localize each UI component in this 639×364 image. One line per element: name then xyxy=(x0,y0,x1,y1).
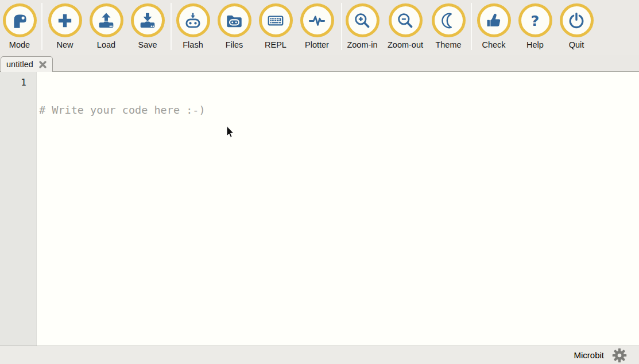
repl-icon xyxy=(266,11,285,30)
toolbar-label-save: Save xyxy=(138,40,157,50)
theme-button-circle xyxy=(432,3,466,37)
check-button-circle xyxy=(477,3,511,37)
line-number: 1 xyxy=(0,77,26,88)
new-button-circle xyxy=(48,3,82,37)
plotter-button-circle xyxy=(300,3,334,37)
svg-text:?: ? xyxy=(531,11,540,29)
load-icon xyxy=(96,11,116,30)
zoom-out-icon xyxy=(396,11,415,30)
flash-icon xyxy=(183,11,203,30)
theme-icon xyxy=(439,11,458,30)
toolbar-button-quit[interactable]: Quit xyxy=(552,3,601,50)
tab-close-button[interactable] xyxy=(38,60,47,69)
load-button-circle xyxy=(90,3,123,37)
status-bar: Microbit xyxy=(0,346,639,364)
toolbar-label-theme: Theme xyxy=(435,40,461,50)
code-line: # Write your code here :-) xyxy=(39,103,639,117)
quit-icon xyxy=(567,11,586,30)
toolbar-label-zoom-out: Zoom-out xyxy=(388,40,423,50)
toolbar-label-quit: Quit xyxy=(569,40,584,50)
toolbar-label-flash: Flash xyxy=(183,40,203,50)
toolbar-button-plotter[interactable]: Plotter xyxy=(293,3,341,50)
toolbar-label-files: Files xyxy=(226,40,243,50)
toolbar-label-new: New xyxy=(56,40,73,50)
toolbar-label-check: Check xyxy=(482,40,505,50)
toolbar-label-zoom-in: Zoom-in xyxy=(347,40,377,50)
toolbar-button-zoom-out[interactable]: Zoom-out xyxy=(381,3,429,50)
toolbar-label-load: Load xyxy=(97,40,115,50)
help-button-circle: ? xyxy=(518,3,552,37)
save-button-circle xyxy=(131,3,165,37)
quit-button-circle xyxy=(560,3,594,37)
flash-button-circle xyxy=(176,3,210,37)
save-icon xyxy=(138,11,157,30)
tab-untitled[interactable]: untitled xyxy=(1,56,53,72)
repl-button-circle xyxy=(259,3,293,37)
mode-icon xyxy=(10,11,29,30)
toolbar-label-mode: Mode xyxy=(9,40,30,50)
files-icon xyxy=(224,11,244,30)
mode-button-circle xyxy=(3,3,37,37)
tab-title: untitled xyxy=(6,60,33,69)
toolbar-button-mode[interactable]: Mode xyxy=(0,3,44,50)
mode-status-label: Microbit xyxy=(574,350,604,360)
toolbar-label-repl: REPL xyxy=(265,40,286,50)
plotter-icon xyxy=(307,11,327,30)
zoom-in-icon xyxy=(353,11,372,30)
toolbar-button-save[interactable]: Save xyxy=(123,3,172,50)
code-text-area[interactable]: # Write your code here :-) xyxy=(37,72,639,346)
code-editor[interactable]: 1 # Write your code here :-) xyxy=(0,72,639,346)
toolbar-button-zoom-in[interactable]: Zoom-in xyxy=(338,3,386,50)
tab-bar: untitled xyxy=(0,55,639,72)
toolbar-label-plotter: Plotter xyxy=(305,40,329,50)
close-icon xyxy=(38,60,47,69)
toolbar-button-theme[interactable]: Theme xyxy=(424,3,473,50)
toolbar-label-help: Help xyxy=(526,40,544,50)
gear-icon xyxy=(611,347,628,363)
zoom-in-button-circle xyxy=(346,3,379,37)
line-number-gutter: 1 xyxy=(0,72,37,346)
mouse-cursor-icon xyxy=(226,126,236,140)
new-icon xyxy=(55,11,75,30)
files-button-circle xyxy=(218,3,251,37)
check-icon xyxy=(484,11,504,30)
help-icon: ? xyxy=(525,11,545,30)
settings-button[interactable] xyxy=(611,347,628,363)
toolbar: Mode New Load xyxy=(0,0,639,55)
zoom-out-button-circle xyxy=(389,3,423,37)
